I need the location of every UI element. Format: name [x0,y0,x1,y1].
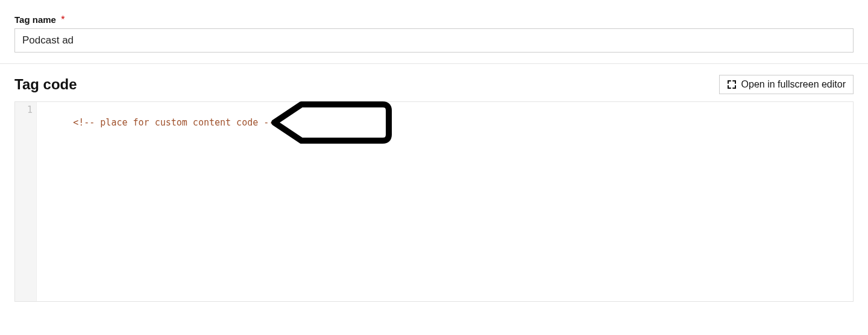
tag-name-input[interactable] [14,28,854,53]
required-indicator: * [61,14,64,25]
code-editor-content[interactable]: <!-- place for custom content code --> [37,102,853,301]
code-editor-gutter: 1 [15,102,37,301]
code-line-1: <!-- place for custom content code --> [73,117,280,128]
tag-name-label: Tag name [14,14,56,25]
tag-name-field-group: Tag name * [0,0,868,63]
line-number: 1 [15,104,33,115]
fullscreen-icon [727,80,737,89]
open-fullscreen-editor-label: Open in fullscreen editor [741,79,846,90]
tag-code-section: Tag code Open in fullscreen editor 1 <!-… [0,64,868,302]
code-editor[interactable]: 1 <!-- place for custom content code --> [14,101,854,302]
tag-code-title: Tag code [14,76,77,93]
open-fullscreen-editor-button[interactable]: Open in fullscreen editor [719,75,854,94]
